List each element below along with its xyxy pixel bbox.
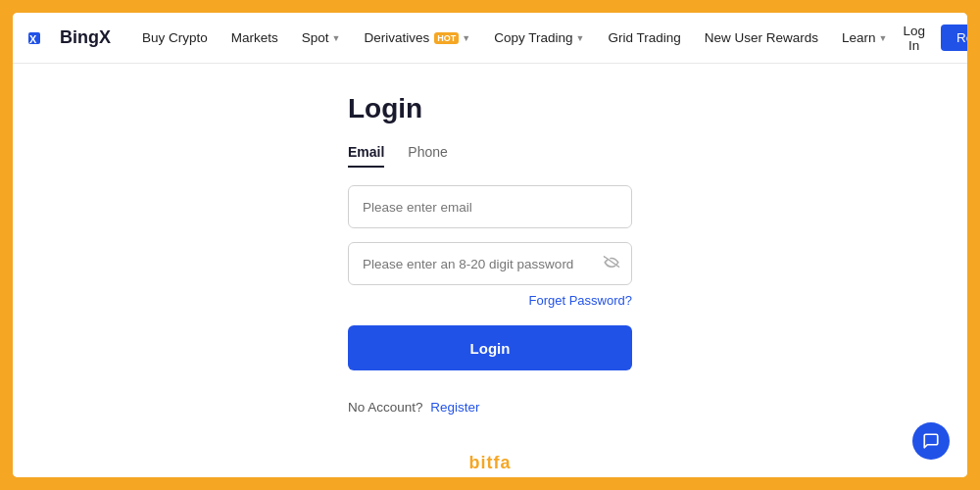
learn-chevron: ▼ — [879, 33, 888, 43]
main-content: Login Email Phone — [13, 64, 967, 477]
nav-links: Buy Crypto Markets Spot ▼ Derivatives HO… — [130, 13, 899, 64]
logo[interactable]: X BingX — [28, 27, 111, 48]
nav-item-learn[interactable]: Learn ▼ — [830, 13, 899, 64]
password-input[interactable] — [348, 242, 632, 285]
forget-row: Forget Password? — [348, 293, 632, 308]
navbar: X BingX Buy Crypto Markets Spot ▼ Deriva… — [13, 13, 967, 64]
nav-item-buy-crypto[interactable]: Buy Crypto — [130, 13, 220, 64]
derivatives-chevron: ▼ — [462, 33, 470, 43]
eye-icon[interactable] — [603, 255, 620, 272]
tab-phone[interactable]: Phone — [408, 144, 447, 168]
tab-email[interactable]: Email — [348, 144, 384, 168]
register-link[interactable]: Register — [430, 400, 479, 415]
nav-item-derivatives[interactable]: Derivatives HOT ▼ — [353, 13, 483, 64]
login-title: Login — [348, 93, 422, 124]
nav-right: Log In Register — [899, 24, 970, 53]
copy-trading-chevron: ▼ — [576, 33, 585, 43]
forget-password-link[interactable]: Forget Password? — [529, 293, 633, 308]
spot-chevron: ▼ — [332, 33, 341, 43]
nav-item-spot[interactable]: Spot ▼ — [290, 13, 353, 64]
hot-badge: HOT — [434, 32, 459, 44]
email-input[interactable] — [348, 185, 632, 228]
svg-text:X: X — [29, 33, 37, 45]
login-nav-button[interactable]: Log In — [899, 24, 929, 53]
nav-item-markets[interactable]: Markets — [220, 13, 290, 64]
app-container: X BingX Buy Crypto Markets Spot ▼ Deriva… — [10, 10, 970, 480]
login-button[interactable]: Login — [348, 325, 632, 370]
chat-bubble[interactable] — [912, 422, 950, 460]
login-form: Forget Password? Login No Account? Regis… — [348, 185, 632, 415]
nav-item-copy-trading[interactable]: Copy Trading ▼ — [482, 13, 596, 64]
login-tabs: Email Phone — [348, 144, 448, 168]
nav-item-new-user-rewards[interactable]: New User Rewards — [693, 13, 830, 64]
logo-text: BingX — [60, 27, 111, 48]
nav-item-grid-trading[interactable]: Grid Trading — [596, 13, 692, 64]
watermark: bitfa — [469, 453, 512, 473]
password-wrapper — [348, 242, 632, 285]
no-account-text: No Account? — [348, 400, 423, 415]
no-account-row: No Account? Register — [348, 400, 632, 415]
register-nav-button[interactable]: Register — [941, 24, 970, 51]
